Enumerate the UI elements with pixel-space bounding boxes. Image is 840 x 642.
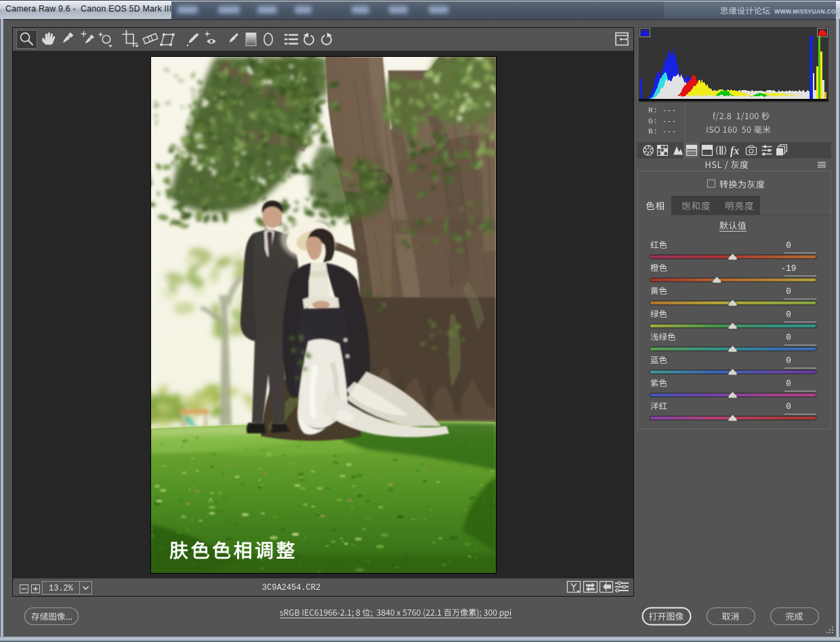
svg-text:3C9A2454.CR2: 3C9A2454.CR2 [262,583,320,593]
svg-text:13.2%: 13.2% [49,584,74,593]
